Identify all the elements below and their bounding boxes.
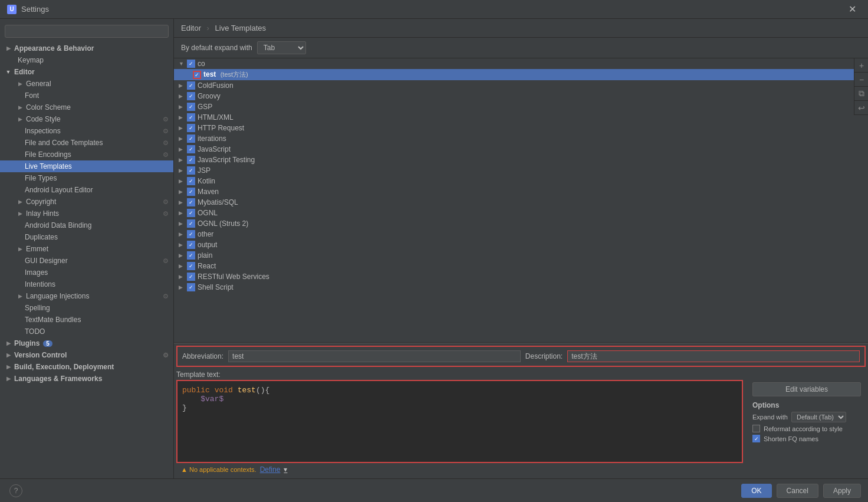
sidebar-item-version-control[interactable]: ▶ Version Control ⚙	[0, 349, 173, 361]
group-label: React	[198, 262, 216, 270]
group-checkbox[interactable]: ✓	[187, 145, 195, 153]
tree-group-output[interactable]: ▶ ✓ output	[174, 239, 868, 250]
punc-open: (){	[256, 386, 269, 395]
apply-button[interactable]: Apply	[823, 484, 861, 498]
sidebar-item-images[interactable]: Images	[0, 267, 173, 278]
edit-variables-button[interactable]: Edit variables	[752, 382, 861, 396]
sidebar-item-duplicates[interactable]: Duplicates	[0, 231, 173, 243]
remove-template-button[interactable]: −	[854, 73, 868, 87]
tree-group-html-xml[interactable]: ▶ ✓ HTML/XML	[174, 112, 868, 123]
group-checkbox[interactable]: ✓	[187, 60, 195, 68]
sidebar-item-copyright[interactable]: ▶ Copyright ⚙	[0, 196, 173, 208]
sidebar-item-android-layout[interactable]: Android Layout Editor	[0, 184, 173, 196]
ok-button[interactable]: OK	[741, 484, 771, 498]
tree-group-js-testing[interactable]: ▶ ✓ JavaScript Testing	[174, 155, 868, 165]
sidebar-item-plugins[interactable]: ▶ Plugins 5	[0, 337, 173, 349]
group-checkbox[interactable]: ✓	[187, 177, 195, 185]
undo-button[interactable]: ↩	[854, 101, 868, 115]
sidebar-item-file-code-templates[interactable]: File and Code Templates ⚙	[0, 137, 173, 149]
tree-group-maven[interactable]: ▶ ✓ Maven	[174, 186, 868, 197]
item-checkbox[interactable]: ✓	[193, 71, 201, 79]
tree-group-co[interactable]: ▼ ✓ co	[174, 58, 868, 69]
group-checkbox[interactable]: ✓	[187, 230, 195, 238]
group-checkbox[interactable]: ✓	[187, 166, 195, 175]
group-checkbox[interactable]: ✓	[187, 262, 195, 270]
sidebar-item-live-templates[interactable]: Live Templates	[0, 160, 173, 172]
expand-select[interactable]: Tab Enter Space	[257, 41, 306, 54]
tree-group-ognl[interactable]: ▶ ✓ OGNL	[174, 208, 868, 218]
group-checkbox[interactable]: ✓	[187, 92, 195, 100]
tree-group-http[interactable]: ▶ ✓ HTTP Request	[174, 123, 868, 133]
shorten-checkbox[interactable]: ✓	[752, 435, 760, 442]
sidebar-item-font[interactable]: Font	[0, 90, 173, 101]
tree-item-test[interactable]: ✓ test (test方法)	[174, 69, 868, 80]
define-dropdown[interactable]: ▾	[284, 465, 287, 474]
group-checkbox[interactable]: ✓	[187, 198, 195, 206]
group-checkbox[interactable]: ✓	[187, 188, 195, 196]
tree-group-javascript[interactable]: ▶ ✓ JavaScript	[174, 144, 868, 155]
sidebar-item-keymap[interactable]: Keymap	[0, 54, 173, 66]
tree-group-ognl-struts2[interactable]: ▶ ✓ OGNL (Struts 2)	[174, 218, 868, 229]
add-template-button[interactable]: +	[854, 58, 868, 73]
group-checkbox[interactable]: ✓	[187, 113, 195, 122]
sidebar-item-emmet[interactable]: ▶ Emmet	[0, 243, 173, 255]
tree-group-plain[interactable]: ▶ ✓ plain	[174, 250, 868, 261]
group-checkbox[interactable]: ✓	[187, 81, 195, 90]
sidebar-item-intentions[interactable]: Intentions	[0, 278, 173, 290]
group-checkbox[interactable]: ✓	[187, 209, 195, 217]
sidebar-item-inlay-hints[interactable]: ▶ Inlay Hints ⚙	[0, 208, 173, 219]
define-link[interactable]: Define	[260, 465, 281, 474]
sidebar-item-textmate[interactable]: TextMate Bundles	[0, 314, 173, 326]
sidebar-item-spelling[interactable]: Spelling	[0, 302, 173, 314]
sidebar-item-appearance[interactable]: ▶ Appearance & Behavior	[0, 42, 173, 54]
group-checkbox[interactable]: ✓	[187, 219, 195, 228]
sidebar-item-color-scheme[interactable]: ▶ Color Scheme	[0, 101, 173, 113]
abbreviation-input[interactable]	[228, 350, 521, 362]
description-input[interactable]	[567, 350, 860, 362]
settings-icon: ⚙	[163, 198, 169, 206]
sidebar-item-file-encodings[interactable]: File Encodings ⚙	[0, 149, 173, 160]
sidebar-item-label: Appearance & Behavior	[14, 44, 94, 53]
search-input[interactable]	[5, 25, 169, 38]
sidebar-item-build[interactable]: ▶ Build, Execution, Deployment	[0, 361, 173, 373]
tree-group-react[interactable]: ▶ ✓ React	[174, 261, 868, 271]
template-text-editor[interactable]: public void test(){ $var$ }	[176, 380, 743, 463]
group-checkbox[interactable]: ✓	[187, 273, 195, 281]
sidebar-item-inspections[interactable]: Inspections ⚙	[0, 125, 173, 137]
expand-with-select[interactable]: Default (Tab) Tab Enter Space	[791, 412, 846, 422]
tree-group-coldfusion[interactable]: ▶ ✓ ColdFusion	[174, 80, 868, 91]
group-checkbox[interactable]: ✓	[187, 251, 195, 260]
tree-group-restful[interactable]: ▶ ✓ RESTful Web Services	[174, 271, 868, 282]
tree-group-jsp[interactable]: ▶ ✓ JSP	[174, 165, 868, 176]
sidebar-item-android-data[interactable]: Android Data Binding	[0, 219, 173, 231]
help-button[interactable]: ?	[9, 484, 22, 497]
tree-group-shell[interactable]: ▶ ✓ Shell Script	[174, 282, 868, 293]
sidebar-item-languages[interactable]: ▶ Languages & Frameworks	[0, 373, 173, 385]
group-checkbox[interactable]: ✓	[187, 124, 195, 132]
cancel-button[interactable]: Cancel	[777, 484, 818, 498]
group-checkbox[interactable]: ✓	[187, 156, 195, 164]
reformat-checkbox[interactable]	[752, 425, 760, 432]
sidebar-item-file-types[interactable]: File Types	[0, 172, 173, 184]
copy-template-button[interactable]: ⧉	[854, 87, 868, 101]
tree-group-other[interactable]: ▶ ✓ other	[174, 229, 868, 239]
expand-arrow: ▶	[17, 104, 24, 111]
sidebar-item-todo[interactable]: TODO	[0, 326, 173, 337]
settings-icon: ⚙	[163, 210, 169, 218]
sidebar-item-code-style[interactable]: ▶ Code Style ⚙	[0, 113, 173, 125]
sidebar-item-general[interactable]: ▶ General	[0, 78, 173, 90]
tree-group-kotlin[interactable]: ▶ ✓ Kotlin	[174, 176, 868, 186]
tree-group-iterations[interactable]: ▶ ✓ iterations	[174, 133, 868, 144]
close-button[interactable]: ✕	[844, 1, 861, 17]
expand-arrow: ▶	[17, 198, 24, 205]
sidebar-item-editor[interactable]: ▼ Editor	[0, 66, 173, 78]
sidebar-item-gui-designer[interactable]: GUI Designer ⚙	[0, 255, 173, 267]
group-checkbox[interactable]: ✓	[187, 241, 195, 249]
tree-group-mybatis[interactable]: ▶ ✓ Mybatis/SQL	[174, 197, 868, 208]
group-checkbox[interactable]: ✓	[187, 103, 195, 111]
tree-group-gsp[interactable]: ▶ ✓ GSP	[174, 101, 868, 112]
group-checkbox[interactable]: ✓	[187, 283, 195, 291]
group-checkbox[interactable]: ✓	[187, 134, 195, 143]
tree-group-groovy[interactable]: ▶ ✓ Groovy	[174, 91, 868, 101]
sidebar-item-language-injections[interactable]: ▶ Language Injections ⚙	[0, 290, 173, 302]
